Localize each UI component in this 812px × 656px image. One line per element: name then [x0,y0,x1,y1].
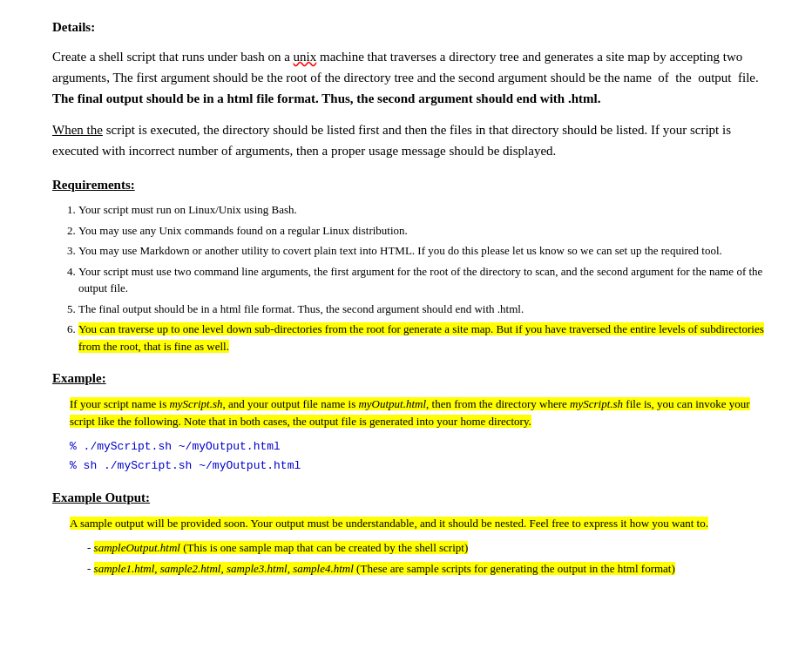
example-heading: Example: [52,369,777,389]
script-name-italic: myScript.sh [169,397,222,410]
example-description: If your script name is myScript.sh, and … [70,396,777,432]
requirement-6-highlight: You can traverse up to one level down su… [78,322,764,353]
output-name-italic: myOutput.html [358,397,426,410]
example-output-highlight: A sample output will be provided soon. Y… [70,517,708,530]
details-heading: Details: [52,17,777,37]
requirement-6: You can traverse up to one level down su… [78,321,777,355]
requirement-5: The final output should be in a html fil… [78,301,777,318]
requirements-heading: Requirements: [52,175,777,195]
code-line-1: % ./myScript.sh ~/myOutput.html [70,438,777,456]
code-line-2: % sh ./myScript.sh ~/myOutput.html [70,457,777,475]
output-items-list: sampleOutput.html (This is one sample ma… [87,539,777,577]
unix-text: unix [294,50,317,64]
page-container: Details: Create a shell script that runs… [52,17,777,577]
requirement-1: Your script must run on Linux/Unix using… [78,201,777,219]
output-item-1: sampleOutput.html (This is one sample ma… [87,539,777,557]
requirement-2: You may use any Unix commands found on a… [78,222,777,240]
output-item-2-italic: sample1.html, sample2.html, sample3.html… [94,562,354,575]
output-item-1-rest: (This is one sample map that can be crea… [180,541,468,554]
intro-paragraph: Create a shell script that runs under ba… [52,46,777,109]
second-paragraph: When the script is executed, the directo… [52,119,777,161]
when-the-text: When the [52,123,103,137]
script-name2-italic: myScript.sh [570,397,623,410]
output-item-2: sample1.html, sample2.html, sample3.html… [87,560,777,578]
example-output-text: A sample output will be provided soon. Y… [70,515,777,533]
example-highlight: If your script name is myScript.sh, and … [70,397,750,429]
bold-requirement: The final output should be in a html fil… [52,91,600,105]
requirement-4: Your script must use two command line ar… [78,263,777,297]
example-block: If your script name is myScript.sh, and … [70,396,777,475]
example-output-heading: Example Output: [52,488,777,508]
requirement-3: You may use Markdown or another utility … [78,242,777,260]
example-output-block: A sample output will be provided soon. Y… [70,515,777,578]
output-item-2-highlight: sample1.html, sample2.html, sample3.html… [94,562,675,575]
requirements-list: Your script must run on Linux/Unix using… [78,201,777,355]
output-item-1-italic: sampleOutput.html [94,541,180,554]
